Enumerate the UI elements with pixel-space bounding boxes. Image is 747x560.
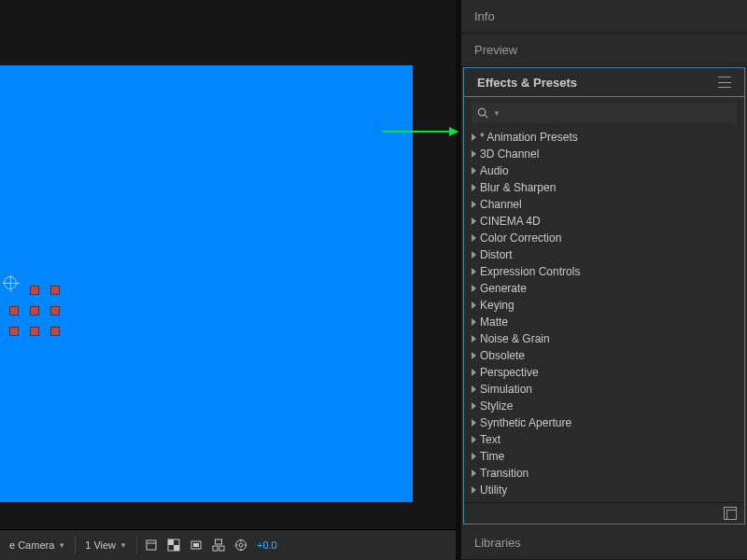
chevron-down-icon: ▼ — [493, 109, 500, 118]
annotation-arrow — [383, 131, 458, 133]
effects-category-label: Synthetic Aperture — [480, 416, 571, 429]
views-label: 1 View — [85, 539, 116, 551]
exposure-value[interactable]: +0.0 — [255, 539, 277, 551]
toggle-mask-icon[interactable] — [188, 537, 204, 553]
handle-center[interactable] — [30, 306, 39, 315]
effects-category-row[interactable]: Text — [472, 431, 737, 448]
effects-category-row[interactable]: Distort — [472, 246, 737, 263]
disclosure-triangle-icon[interactable] — [472, 369, 476, 376]
panel-menu-icon[interactable] — [718, 77, 731, 88]
disclosure-triangle-icon[interactable] — [472, 419, 476, 427]
disclosure-triangle-icon[interactable] — [472, 285, 476, 292]
effects-category-row[interactable]: Keying — [472, 297, 737, 314]
panel-preview-header[interactable]: Preview — [461, 34, 747, 67]
fast-previews-icon[interactable] — [233, 537, 249, 553]
effects-category-row[interactable]: Obsolete — [472, 347, 737, 364]
disclosure-triangle-icon[interactable] — [472, 217, 476, 225]
handle-left[interactable] — [9, 306, 19, 315]
handle-top-right[interactable] — [50, 286, 60, 295]
panel-info-header[interactable]: Info — [461, 0, 747, 34]
disclosure-triangle-icon[interactable] — [472, 436, 476, 443]
effects-category-row[interactable]: Perspective — [472, 364, 737, 381]
disclosure-triangle-icon[interactable] — [472, 453, 476, 460]
effects-category-row[interactable]: Simulation — [472, 381, 737, 398]
effects-category-row[interactable]: Synthetic Aperture — [472, 414, 737, 431]
views-dropdown[interactable]: 1 View ▼ — [81, 538, 131, 553]
panel-title: Effects & Presets — [477, 76, 577, 90]
effects-search-input[interactable] — [504, 105, 731, 120]
disclosure-triangle-icon[interactable] — [472, 133, 476, 141]
effects-category-label: Generate — [480, 282, 527, 295]
panel-effects-header[interactable]: Effects & Presets — [464, 68, 744, 97]
effects-category-tree[interactable]: * Animation Presets3D ChannelAudioBlur &… — [464, 129, 744, 502]
handle-bottom[interactable] — [30, 327, 39, 336]
svg-rect-6 — [193, 543, 199, 547]
disclosure-triangle-icon[interactable] — [472, 486, 476, 494]
disclosure-triangle-icon[interactable] — [472, 469, 476, 477]
viewer-footer-toolbar: e Camera ▼ 1 View ▼ — [0, 529, 456, 560]
composition-viewer[interactable] — [0, 0, 456, 529]
handle-right[interactable] — [50, 306, 60, 315]
anchor-point-icon[interactable] — [4, 276, 17, 289]
selected-layer-handles[interactable] — [9, 280, 63, 334]
effects-category-row[interactable]: Utility — [472, 482, 737, 498]
effects-search-field[interactable]: ▼ — [472, 103, 737, 123]
panel-title: Preview — [474, 43, 517, 57]
effects-category-row[interactable]: Channel — [472, 196, 737, 213]
separator — [136, 537, 137, 553]
panel-footer — [464, 502, 744, 524]
effects-category-row[interactable]: 3D Channel — [472, 146, 737, 162]
disclosure-triangle-icon[interactable] — [472, 167, 476, 175]
handle-top[interactable] — [30, 286, 39, 295]
disclosure-triangle-icon[interactable] — [472, 402, 476, 410]
camera-dropdown[interactable]: e Camera ▼ — [6, 538, 69, 553]
effects-category-row[interactable]: Blur & Sharpen — [472, 179, 737, 196]
panel-libraries-header[interactable]: Libraries — [461, 526, 747, 560]
effects-category-label: Utility — [480, 483, 507, 497]
effects-category-row[interactable]: Audio — [472, 162, 737, 179]
svg-rect-8 — [213, 546, 218, 551]
disclosure-triangle-icon[interactable] — [472, 268, 476, 275]
effects-category-row[interactable]: Color Correction — [472, 230, 737, 246]
effects-category-row[interactable]: CINEMA 4D — [472, 213, 737, 230]
toggle-transparency-grid-icon[interactable] — [165, 537, 182, 553]
disclosure-triangle-icon[interactable] — [472, 335, 476, 343]
effects-category-row[interactable]: Transition — [472, 465, 737, 482]
handle-bottom-left[interactable] — [9, 327, 19, 336]
disclosure-triangle-icon[interactable] — [472, 234, 476, 242]
app-root: e Camera ▼ 1 View ▼ — [0, 0, 747, 560]
disclosure-triangle-icon[interactable] — [472, 251, 476, 259]
disclosure-triangle-icon[interactable] — [472, 301, 476, 309]
effects-category-label: Time — [480, 450, 504, 463]
region-of-interest-icon[interactable] — [210, 537, 227, 553]
disclosure-triangle-icon[interactable] — [472, 150, 476, 158]
right-panel-stack: Info Preview Effects & Presets ▼ * An — [461, 0, 747, 560]
effects-category-row[interactable]: Stylize — [472, 398, 737, 414]
effects-category-row[interactable]: Expression Controls — [472, 263, 737, 280]
toggle-pixel-aspect-icon[interactable] — [143, 537, 160, 553]
svg-point-11 — [239, 543, 243, 547]
new-bin-icon[interactable] — [724, 507, 737, 520]
effects-category-row[interactable]: Generate — [472, 280, 737, 297]
effects-category-label: Text — [480, 433, 500, 446]
effects-category-row[interactable]: * Animation Presets — [472, 129, 737, 146]
svg-line-17 — [485, 114, 487, 117]
effects-category-row[interactable]: Noise & Grain — [472, 330, 737, 347]
disclosure-triangle-icon[interactable] — [472, 318, 476, 326]
disclosure-triangle-icon[interactable] — [472, 184, 476, 191]
effects-category-label: Noise & Grain — [480, 332, 550, 345]
effects-category-label: Simulation — [480, 383, 532, 396]
disclosure-triangle-icon[interactable] — [472, 352, 476, 359]
panel-effects-presets: Effects & Presets ▼ * Animation Presets3… — [463, 67, 745, 525]
effects-category-label: Obsolete — [480, 349, 525, 362]
svg-rect-4 — [174, 545, 179, 551]
effects-category-row[interactable]: Matte — [472, 314, 737, 330]
effects-category-label: Transition — [480, 467, 529, 480]
disclosure-triangle-icon[interactable] — [472, 385, 476, 393]
effects-category-row[interactable]: Time — [472, 448, 737, 465]
disclosure-triangle-icon[interactable] — [472, 201, 476, 208]
svg-rect-0 — [147, 540, 156, 550]
effects-category-label: Stylize — [480, 399, 513, 413]
handle-bottom-right[interactable] — [50, 327, 60, 336]
effects-category-label: Matte — [480, 315, 508, 329]
